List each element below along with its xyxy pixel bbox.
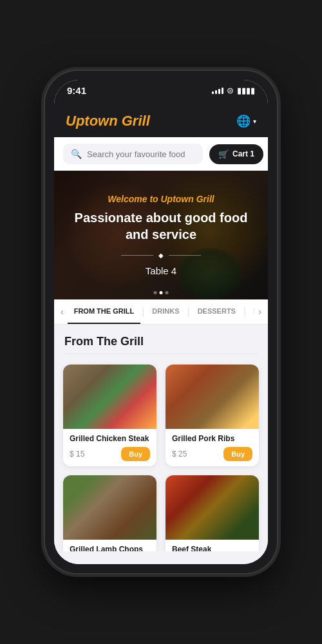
hero-background: Welcome to Uptown Grill Passionate about… [54,171,268,299]
signal-bars-icon [212,88,223,94]
globe-icon[interactable]: 🌐 [236,114,251,128]
food-grid: Grilled Chicken Steak $ 15 Buy Grilled P… [54,365,268,551]
hero-table: Table 4 [146,265,176,276]
phone-wrapper: 9:41 ⊜ ▮▮▮▮ Uptown Grill [0,0,322,644]
status-bar: 9:41 ⊜ ▮▮▮▮ [54,80,268,99]
search-cart-bar: 🔍 🛒 Cart 1 [54,137,268,171]
cart-label: Cart 1 [232,149,254,158]
phone-shell: 9:41 ⊜ ▮▮▮▮ Uptown Grill [45,71,277,573]
tab-desserts[interactable]: DESSERTS [191,299,242,324]
chevron-down-icon: ▾ [253,118,256,125]
section-divider [64,354,258,354]
tab-separator: | [186,306,191,317]
food-image-pork [166,365,259,429]
hero-divider: ◆ [121,252,201,259]
food-card-chicken: Grilled Chicken Steak $ 15 Buy [63,365,156,466]
food-info-chicken: Grilled Chicken Steak $ 15 Buy [63,429,156,466]
tab-separator: | [140,306,146,317]
hero-dot-active [160,291,163,294]
hero-dot [166,291,169,294]
food-info-lamb: Grilled Lamb Chops [63,540,156,551]
food-footer-chicken: $ 15 Buy [70,447,150,461]
food-info-pork: Grilled Pork Ribs $ 25 Buy [166,429,259,466]
app-title: Uptown Grill [66,113,150,129]
food-price-pork: $ 25 [172,450,187,459]
hero-dots [154,291,169,294]
food-card-beef: Beef Steak [166,475,259,551]
food-card-lamb: Grilled Lamb Chops [63,475,156,551]
phone-screen: 9:41 ⊜ ▮▮▮▮ Uptown Grill [54,80,268,564]
tab-prev-arrow[interactable]: ‹ [57,307,68,317]
hero-subtitle: Welcome to Uptown Grill [108,194,214,204]
food-name-pork: Grilled Pork Ribs [172,434,252,443]
wifi-icon: ⊜ [227,86,234,95]
tab-pasta[interactable]: PASTA [247,299,254,324]
hero-title: Passionate about good food and service [67,209,255,243]
cart-icon: 🛒 [218,149,229,159]
search-input[interactable] [87,149,195,159]
notch [142,99,180,105]
tabs-list: FROM THE GRILL | DRINKS | DESSERTS | PAS… [68,299,255,324]
battery-icon: ▮▮▮▮ [237,86,255,95]
food-price-chicken: $ 15 [70,450,84,459]
tab-separator: | [242,306,247,317]
scroll-content[interactable]: ‹ FROM THE GRILL | DRINKS | DESSERTS | P… [54,299,268,551]
header-right[interactable]: 🌐 ▾ [236,114,256,128]
divider-diamond-icon: ◆ [158,252,164,259]
section-header: From The Grill [54,325,268,354]
search-box[interactable]: 🔍 [63,144,203,164]
search-icon: 🔍 [71,149,82,159]
food-image-chicken [63,365,156,429]
status-icons: ⊜ ▮▮▮▮ [212,86,255,95]
divider-line-left [121,255,153,256]
food-image-lamb [63,475,156,540]
app-header: Uptown Grill 🌐 ▾ [54,108,268,137]
hero-dot [154,291,157,294]
food-name-lamb: Grilled Lamb Chops [70,545,150,551]
cart-button[interactable]: 🛒 Cart 1 [209,144,263,164]
notch-area [54,99,268,108]
tab-from-the-grill[interactable]: FROM THE GRILL [68,299,141,324]
food-card-pork: Grilled Pork Ribs $ 25 Buy [166,365,259,466]
food-name-chicken: Grilled Chicken Steak [70,434,150,443]
tab-drinks[interactable]: DRINKS [146,299,185,324]
buy-button-chicken[interactable]: Buy [121,447,150,461]
bottom-safe-area [54,551,268,564]
buy-button-pork[interactable]: Buy [223,447,252,461]
category-tabs: ‹ FROM THE GRILL | DRINKS | DESSERTS | P… [54,299,268,325]
hero-banner: Welcome to Uptown Grill Passionate about… [54,171,268,299]
status-time: 9:41 [67,85,86,96]
tab-next-arrow[interactable]: › [254,307,265,317]
food-info-beef: Beef Steak [166,540,259,551]
food-footer-pork: $ 25 Buy [172,447,252,461]
food-image-beef [166,475,259,540]
hero-content: Welcome to Uptown Grill Passionate about… [54,171,268,299]
food-name-beef: Beef Steak [172,545,252,551]
divider-line-right [169,255,201,256]
